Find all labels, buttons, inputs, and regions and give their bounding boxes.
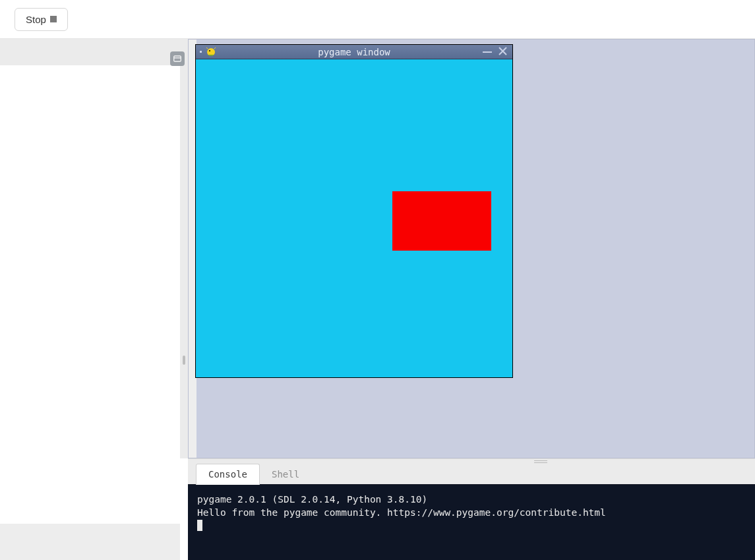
left-panel-footer	[0, 524, 180, 560]
pygame-canvas[interactable]	[196, 59, 512, 377]
console-line: pygame 2.0.1 (SDL 2.0.14, Python 3.8.10)	[197, 494, 427, 505]
stop-button-label: Stop	[26, 14, 46, 25]
svg-rect-0	[174, 56, 181, 61]
console-output[interactable]: pygame 2.0.1 (SDL 2.0.14, Python 3.8.10)…	[188, 485, 755, 560]
svg-point-3	[209, 50, 210, 51]
stop-button[interactable]: Stop	[15, 8, 68, 31]
tab-shell[interactable]: Shell	[260, 464, 311, 484]
console-tab-row: Console Shell	[188, 464, 755, 485]
left-panel	[0, 39, 180, 560]
pygame-window-titlebar[interactable]: pygame window	[196, 45, 512, 59]
system-menu-icon[interactable]	[200, 51, 202, 53]
tab-console[interactable]: Console	[196, 464, 260, 485]
cursor-icon	[197, 520, 202, 531]
splitter-grip-icon	[534, 460, 547, 463]
minimize-icon[interactable]	[483, 51, 492, 53]
collapse-sidebar-button[interactable]	[170, 51, 185, 66]
red-rectangle	[392, 191, 491, 251]
pygame-window-title: pygame window	[318, 47, 390, 57]
left-panel-header	[0, 39, 180, 65]
vertical-splitter[interactable]	[180, 39, 188, 458]
output-preview-panel: pygame window	[188, 39, 755, 458]
stop-icon	[50, 16, 57, 22]
close-icon[interactable]	[498, 47, 507, 57]
top-toolbar: Stop	[0, 0, 755, 39]
horizontal-splitter[interactable]	[188, 458, 755, 464]
pygame-icon	[206, 47, 216, 57]
workspace: pygame window Console Shell pygame 2.0.1…	[0, 39, 755, 560]
console-line: Hello from the pygame community. https:/…	[197, 507, 606, 518]
panel-icon	[173, 54, 182, 63]
pygame-window[interactable]: pygame window	[195, 44, 513, 378]
